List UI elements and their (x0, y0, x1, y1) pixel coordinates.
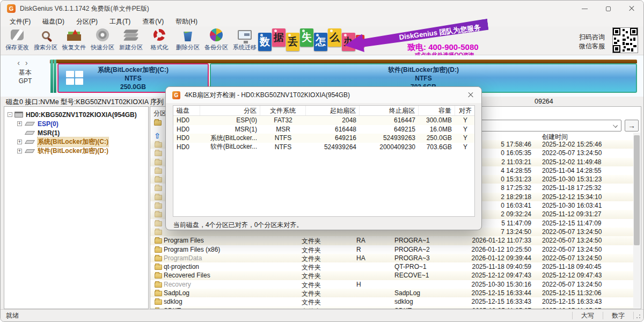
monitor-arrow-icon (237, 27, 253, 42)
prev-disk-icon[interactable]: ‹ (17, 58, 25, 67)
created-time: 2025-11-12 09:31:27 (542, 210, 602, 218)
overview-nav: ‹› 基本 GPT (5, 58, 46, 85)
menu-item[interactable]: 工具(T) (104, 17, 136, 26)
file-row[interactable]: sdklog 文件夹 sdklog 2025-12-15 16:33:43 20… (150, 297, 633, 306)
cell-aligned: Y (455, 143, 475, 151)
maximize-button[interactable] (596, 1, 620, 17)
dialog-close-button[interactable] (467, 92, 474, 98)
alignment-table-row[interactable]: HD0 ESP(0) FAT32 2048 616447 300.0MB Y (173, 116, 474, 125)
menu-item[interactable]: 帮助(H) (170, 17, 203, 26)
recover-files-button[interactable]: 恢复文件 (60, 27, 89, 54)
alignment-table-row[interactable]: HD0 系统(BitLocker... NTFS 649216 52493926… (173, 134, 474, 143)
esp-partition-strip[interactable] (50, 60, 53, 93)
msr-partition-strip[interactable] (54, 60, 56, 93)
tree-item-partition[interactable]: + 系统(BitLocker加密)(C:) (4, 137, 148, 147)
expander-icon[interactable]: + (17, 140, 22, 144)
tree-item-partition[interactable]: + 软件(BitLocker加密)(D:) (4, 147, 148, 156)
disk-tree-panel: - HD0:KBG50ZNV1T02KIOXIA(954GB) + ESP(0)… (4, 106, 149, 309)
file-row[interactable]: qt-projection 文件夹 QT-PRO~1 2025-11-18 09… (150, 262, 633, 271)
alignment-table-row[interactable]: HD0 MSR(1) MSR 616448 649215 16.0MB Y (173, 125, 474, 134)
column-header[interactable]: 对齐 (455, 106, 475, 115)
tree-item-label: MSR(1) (38, 129, 60, 137)
qr-code-icon (612, 27, 638, 53)
cell-start-sector: 649216 (306, 134, 360, 142)
search-icon (38, 27, 54, 42)
menu-item[interactable]: 分区(P) (70, 17, 104, 26)
menu-item[interactable]: 磁盘(D) (36, 17, 70, 26)
cell-filesystem: NTFS (260, 134, 306, 142)
alignment-table-row[interactable]: HD0 软件(BitLocker... NTFS 524939264 20004… (173, 143, 474, 152)
modified-time: 2026-01-12 09:39:44 (451, 254, 531, 262)
tree-item-partition[interactable]: MSR(1) (4, 128, 148, 137)
window-title: DiskGenius V6.1.1.1742 免费版(单文件PE版) (20, 4, 149, 13)
expander-icon[interactable]: + (17, 121, 22, 126)
tab-partition-params[interactable]: 分区 (153, 109, 166, 118)
minimize-button[interactable] (573, 1, 596, 17)
vertical-scrollbar[interactable] (633, 133, 640, 308)
tree-item-disk[interactable]: - HD0:KBG50ZNV1T02KIOXIA(954GB) (4, 110, 148, 119)
menu-item[interactable]: 文件(F) (4, 17, 36, 26)
tree-item-label: 软件(BitLocker加密)(D:) (38, 147, 108, 156)
file-row[interactable]: Program Files (x86) 文件夹 R PROGRA~2 2026-… (150, 245, 633, 254)
file-row[interactable]: Recovery 文件夹 H 2025-10-30 15:30:16 2022-… (150, 280, 633, 289)
cell-partition: MSR(1) (200, 126, 260, 133)
next-disk-icon[interactable]: › (25, 58, 33, 67)
created-time: 2022-05-07 13:24:50 (542, 228, 602, 236)
dialog-title-bar: G 4KB扇区对齐检测 - HD0:KBG50ZNV1T02KIOXIA(954… (166, 87, 481, 103)
parent-folder-icon[interactable]: ⇧ (154, 131, 160, 140)
menu-item[interactable]: 查看(V) (136, 17, 170, 26)
tree-item-partition[interactable]: + ESP(0) (4, 119, 148, 128)
ad-tile: 怎 (314, 33, 327, 51)
ad-banner[interactable]: 数 据 丢 失 怎 么 办 ! DiskGenius 团队为您服务 致电: 40… (258, 26, 644, 55)
disk-info-fragment: 09264 (535, 98, 553, 105)
file-name: SadpLog (164, 289, 189, 297)
modified-time: 2025-11-18 09:40:59 (451, 263, 531, 270)
column-header[interactable]: 容量 (419, 106, 455, 115)
file-name: Program Files (x86) (164, 246, 220, 253)
disc-icon (94, 27, 111, 42)
cell-start-sector: 524939264 (306, 143, 360, 151)
new-partition-button[interactable]: 新建分区 (116, 27, 145, 54)
modified-time: 2025-10-30 15:30:16 (451, 281, 531, 288)
backup-partition-button[interactable]: 备份分区 (202, 27, 231, 54)
column-header[interactable]: 终止扇区 (360, 106, 419, 115)
column-header[interactable]: 分区 (200, 106, 260, 115)
resize-grip[interactable] (634, 312, 641, 319)
go-button[interactable]: → (625, 120, 639, 131)
format-button[interactable]: 格式化 (145, 27, 174, 54)
system-migration-button[interactable]: 系统迁移 (230, 27, 259, 54)
column-header[interactable]: 起始扇区 (306, 106, 360, 115)
pie-icon (208, 27, 224, 42)
short-name: sdklog (394, 298, 413, 305)
close-button[interactable] (620, 1, 643, 17)
column-header[interactable]: 磁盘 (173, 106, 200, 115)
created-time: 2022-05-07 13:24:50 (542, 237, 602, 244)
file-row[interactable]: Recovered Files 文件夹 RECOVE~1 2025-12-12 … (150, 271, 633, 280)
diskgenius-logo-icon: G (7, 4, 16, 13)
file-attributes: H (356, 281, 361, 288)
expander-icon[interactable]: + (17, 149, 22, 153)
column-header[interactable]: 文件系统 (260, 106, 306, 115)
quick-partition-button[interactable]: 快速分区 (88, 27, 117, 54)
file-row[interactable]: Program Files 文件夹 RA PROGRA~1 2026-01-12… (150, 236, 633, 245)
file-row[interactable]: SadpLog 文件夹 SadpLog 2025-12-15 16:33:44 … (150, 289, 633, 297)
expander-icon[interactable]: - (8, 112, 12, 117)
created-time: 2025-12-02 15:25:46 (542, 141, 602, 148)
file-name: sdklog (164, 298, 182, 305)
file-name: qt-projection (164, 263, 199, 270)
ad-tile: 数 (258, 33, 272, 51)
scrollbar-thumb[interactable] (634, 135, 640, 245)
windows-logo-icon (66, 71, 83, 86)
save-changes-button[interactable]: 保存更改 (3, 27, 32, 54)
num-indicator: 数字 (603, 311, 633, 320)
file-attributes: RA (356, 237, 365, 244)
cell-partition: 软件(BitLocker... (200, 142, 260, 151)
short-name: PROGRA~3 (394, 254, 430, 262)
cell-disk: HD0 (173, 143, 200, 151)
file-row[interactable]: ProgramData 文件夹 HA PROGRA~3 2026-01-12 0… (150, 254, 633, 262)
title-bar: G DiskGenius V6.1.1.1742 免费版(单文件PE版) (1, 1, 643, 17)
delete-partition-button[interactable]: 删除分区 (173, 27, 202, 54)
modified-time: 2025-12-12 09:47:43 (451, 272, 531, 279)
search-partition-button[interactable]: 搜索分区 (31, 27, 60, 54)
status-bar: 就绪 大写 数字 (1, 309, 643, 321)
